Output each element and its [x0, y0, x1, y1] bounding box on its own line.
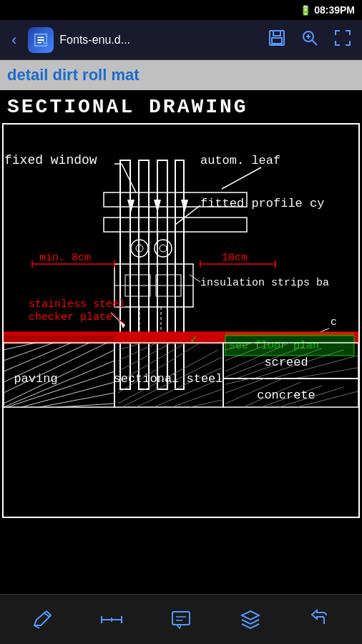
layers-button[interactable]: [233, 602, 268, 638]
svg-text:c: c: [331, 316, 337, 328]
svg-rect-43: [4, 336, 114, 341]
status-bar: 🔋 08:39PM: [0, 0, 362, 20]
svg-text:paving: paving: [14, 372, 57, 386]
svg-marker-96: [181, 200, 188, 213]
cad-svg-drawing: fixed window autom. leaf fitted profile …: [0, 121, 362, 522]
svg-line-9: [222, 167, 261, 189]
svg-line-93: [111, 313, 123, 325]
svg-line-7: [122, 164, 136, 192]
svg-line-36: [190, 275, 200, 282]
svg-line-84: [225, 379, 250, 384]
svg-text:concrete: concrete: [257, 389, 315, 402]
expand-button[interactable]: [329, 24, 356, 55]
svg-marker-94: [127, 200, 134, 213]
drawing-area[interactable]: detail dirt roll mat SECTIONAL DRAWING f…: [0, 60, 362, 594]
drawing-header: detail dirt roll mat: [0, 60, 362, 90]
sectional-drawing-title: SECTIONAL DRAWING: [0, 90, 362, 121]
svg-marker-95: [154, 200, 161, 213]
svg-text:10cm: 10cm: [222, 252, 248, 264]
svg-marker-109: [242, 611, 259, 620]
svg-text:insulation strips ba: insulation strips ba: [200, 277, 329, 289]
fitted-profile-label: fitted profile cy: [200, 197, 324, 210]
back-arrow-button[interactable]: [302, 602, 338, 638]
edit-button[interactable]: [24, 602, 60, 638]
svg-rect-2: [272, 38, 282, 44]
svg-marker-106: [177, 625, 181, 628]
svg-line-10: [175, 205, 200, 225]
svg-text:✓: ✓: [190, 333, 198, 345]
battery-icon: 🔋: [300, 5, 311, 16]
measure-button[interactable]: [94, 602, 129, 638]
svg-line-70: [172, 389, 222, 407]
svg-line-4: [312, 40, 317, 45]
time-display: 08:39PM: [314, 4, 355, 16]
svg-line-62: [118, 343, 157, 361]
svg-point-20: [160, 245, 167, 252]
svg-line-81: [293, 368, 358, 379]
comment-button[interactable]: [163, 602, 199, 638]
cad-drawing: SECTIONAL DRAWING fixed window autom. le…: [0, 90, 362, 522]
svg-text:min. 8cm: min. 8cm: [39, 252, 91, 264]
svg-text:checker plate: checker plate: [29, 311, 112, 323]
main-content: detail dirt roll mat SECTIONAL DRAWING f…: [0, 60, 362, 594]
bottom-toolbar: [0, 594, 362, 644]
back-button[interactable]: ‹: [6, 28, 22, 52]
svg-text:see floor plan: see floor plan: [229, 340, 319, 352]
header-title: detail dirt roll mat: [7, 66, 140, 84]
app-icon: [28, 27, 54, 53]
svg-rect-1: [273, 31, 280, 36]
svg-line-56: [21, 382, 114, 407]
svg-text:sectional steel: sectional steel: [113, 372, 222, 386]
autom-leaf-label: autom. leaf: [200, 154, 280, 167]
svg-line-49: [4, 343, 54, 361]
svg-line-71: [190, 400, 222, 407]
svg-text:stainless steel: stainless steel: [29, 298, 125, 311]
svg-rect-105: [172, 612, 190, 625]
top-toolbar: ‹ Fonts-enu.d...: [0, 20, 362, 60]
svg-line-57: [39, 393, 114, 407]
search-zoom-button[interactable]: [296, 24, 323, 55]
save-button[interactable]: [263, 24, 290, 55]
svg-text:screed: screed: [264, 356, 308, 369]
file-name-label: Fonts-enu.d...: [59, 34, 258, 47]
fixed-window-label: fixed window: [4, 153, 97, 167]
